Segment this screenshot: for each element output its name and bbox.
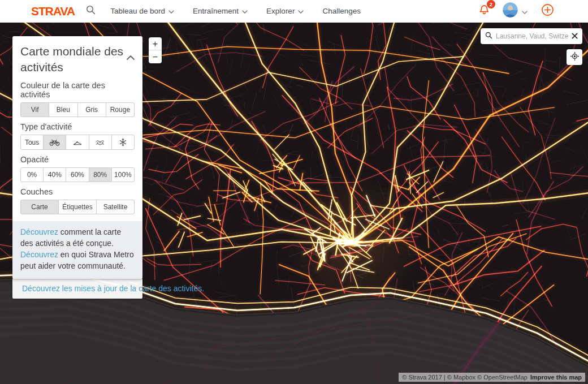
clear-search-icon[interactable] — [572, 31, 578, 41]
layer-satellite-button[interactable]: Satellite — [96, 200, 135, 214]
color-vif-button[interactable]: Vif — [20, 102, 49, 117]
activity-all-button[interactable]: Tous — [20, 135, 44, 150]
chevron-down-icon — [242, 7, 248, 15]
color-section-label: Couleur de la carte des activités — [20, 81, 135, 99]
discover-metro-link[interactable]: Découvrez — [20, 250, 58, 259]
activity-bike-button[interactable] — [43, 135, 66, 150]
improve-map-link[interactable]: Improve this map — [530, 374, 582, 381]
color-bleu-button[interactable]: Bleu — [49, 102, 77, 117]
nav-item-label: Tableau de bord — [110, 7, 165, 15]
nav-right-cluster: 2 — [478, 2, 554, 20]
strava-logo[interactable]: STRAVA — [31, 5, 75, 18]
notification-count-badge: 2 — [487, 0, 495, 8]
color-button-group: Vif Bleu Gris Rouge — [20, 102, 135, 117]
nav-item-label: Challenges — [322, 7, 361, 15]
activity-section-label: Type d'activité — [20, 122, 135, 131]
notifications-button[interactable]: 2 — [478, 4, 490, 18]
water-icon — [95, 139, 105, 146]
search-icon — [485, 31, 492, 41]
add-activity-button[interactable] — [541, 3, 554, 19]
layer-labels-button[interactable]: Étiquettes — [58, 200, 97, 214]
layers-button-group: Carte Étiquettes Satellite — [20, 200, 135, 214]
panel-title: Carte mondiale des activités — [20, 44, 127, 75]
avatar — [503, 2, 518, 20]
zoom-out-button[interactable]: − — [149, 50, 162, 63]
locate-me-button[interactable] — [567, 49, 582, 65]
opacity-0-button[interactable]: 0% — [20, 167, 44, 182]
bike-icon — [49, 138, 60, 146]
run-shoe-icon — [72, 139, 83, 146]
map-search-box — [481, 28, 582, 44]
crosshair-icon — [570, 51, 580, 63]
activity-water-button[interactable] — [89, 135, 112, 150]
opacity-40-button[interactable]: 40% — [43, 167, 66, 182]
heatmap-control-panel: Carte mondiale des activités Couleur de … — [12, 36, 142, 279]
nav-search-button[interactable] — [86, 5, 96, 17]
chevron-down-icon — [522, 6, 528, 16]
chevron-down-icon — [298, 7, 304, 15]
opacity-60-button[interactable]: 60% — [66, 167, 89, 182]
nav-item-dashboard[interactable]: Tableau de bord — [110, 7, 174, 15]
activity-winter-button[interactable] — [111, 135, 135, 150]
layers-section-label: Couches — [20, 187, 135, 196]
attribution-text: © Strava 2017 | © Mapbox © OpenStreetMap — [402, 374, 528, 381]
discover-how-link[interactable]: Découvrez — [20, 227, 58, 236]
zoom-in-button[interactable]: + — [149, 37, 162, 50]
heatmap-updates-link[interactable]: Découvrez les mises à jour de la carte d… — [22, 284, 204, 293]
activity-button-group: Tous — [20, 135, 135, 150]
opacity-section-label: Opacité — [20, 155, 135, 164]
winter-snowflake-icon — [119, 138, 127, 146]
opacity-80-button[interactable]: 80% — [89, 167, 112, 182]
heatmap-map[interactable]: + − Carte mondiale des activités Couleur… — [0, 23, 588, 384]
map-search-input[interactable] — [496, 32, 568, 40]
color-rouge-button[interactable]: Rouge — [106, 102, 135, 117]
heatmap-updates-bar: Découvrez les mises à jour de la carte d… — [12, 278, 142, 299]
profile-menu[interactable] — [503, 2, 528, 20]
nav-item-training[interactable]: Entraînement — [193, 7, 248, 15]
color-gris-button[interactable]: Gris — [77, 102, 106, 117]
top-nav: STRAVA Tableau de bord Entraînement Expl… — [0, 0, 588, 23]
bell-icon — [478, 8, 490, 18]
opacity-button-group: 0% 40% 60% 80% 100% — [20, 167, 135, 182]
activity-run-button[interactable] — [66, 135, 89, 150]
panel-info-block: Découvrez comment la carte des activités… — [12, 221, 142, 279]
nav-item-challenges[interactable]: Challenges — [322, 7, 361, 15]
search-icon — [86, 5, 96, 17]
layer-map-button[interactable]: Carte — [20, 200, 59, 214]
nav-item-label: Explorer — [266, 7, 295, 15]
chevron-down-icon — [168, 7, 174, 15]
nav-item-label: Entraînement — [193, 7, 239, 15]
opacity-100-button[interactable]: 100% — [111, 167, 135, 182]
map-zoom-control: + − — [149, 37, 162, 63]
map-attribution: © Strava 2017 | © Mapbox © OpenStreetMap… — [399, 373, 585, 382]
nav-item-explore[interactable]: Explorer — [266, 7, 304, 15]
collapse-panel-button[interactable] — [127, 48, 135, 75]
